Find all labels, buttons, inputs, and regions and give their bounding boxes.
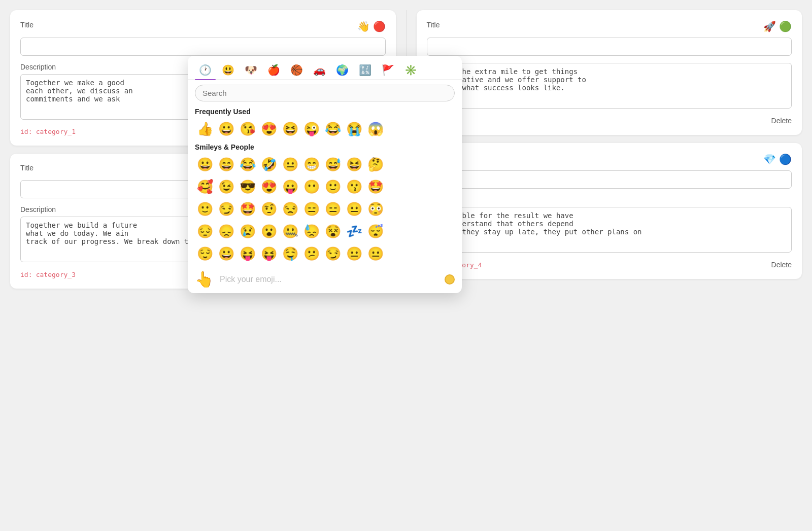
card-id-2: id: category_3 <box>20 271 76 278</box>
blue-circle-icon[interactable]: 🔵 <box>779 153 792 165</box>
emoji-picker: 🕐 😃 🐶 🍎 🏀 🚗 🌍 🔣 🚩 ✳️ Frequently Used 👍 😀… <box>188 56 462 293</box>
ep-s13[interactable]: 😍 <box>259 176 279 197</box>
diamond-icon[interactable]: 💎 <box>763 153 776 165</box>
ep-s23[interactable]: 😒 <box>280 199 300 219</box>
ep-emoji-kiss[interactable]: 😘 <box>238 119 258 139</box>
green-circle-icon[interactable]: 🟢 <box>779 20 792 32</box>
ep-s26[interactable]: 😐 <box>344 199 364 219</box>
ep-s44[interactable]: 😐 <box>344 243 364 264</box>
smileys-grid-5: 😌 😀 😝 😝 🤤 😕 😏 😐 😐 <box>188 242 462 265</box>
ep-s4[interactable]: 🤣 <box>259 154 279 174</box>
ep-s43[interactable]: 😏 <box>323 243 343 264</box>
footer-placeholder: Pick your emoji... <box>220 275 438 284</box>
desc-textarea-4[interactable]: ccountable for the result we have We und… <box>427 207 792 253</box>
ep-s14[interactable]: 😛 <box>280 176 300 197</box>
ep-s40[interactable]: 😝 <box>259 243 279 264</box>
ep-s11[interactable]: 😉 <box>216 176 236 197</box>
ep-s7[interactable]: 😅 <box>323 154 343 174</box>
ep-s39[interactable]: 😝 <box>238 243 258 264</box>
ep-tab-recent[interactable]: 🕐 <box>195 61 216 79</box>
ep-s9[interactable]: 🤔 <box>365 154 386 174</box>
ep-s19[interactable]: 🙂 <box>195 199 215 219</box>
card-footer-4: id: category_4 Delete <box>427 261 792 269</box>
ep-s5[interactable]: 😐 <box>280 154 300 174</box>
smileys-grid-3: 🙂 😏 🤩 🤨 😒 😑 😑 😐 😳 <box>188 198 462 220</box>
ep-s45[interactable]: 😐 <box>365 243 386 264</box>
delete-button-4[interactable]: Delete <box>771 261 792 269</box>
footer-emoji-icon: 👆 <box>195 270 214 288</box>
main-layout: Title 👋 🔴 Teamwork Description Together … <box>10 10 802 289</box>
smileys-grid-1: 😀 😄 😂 🤣 😐 😁 😅 😆 🤔 <box>188 153 462 175</box>
ep-emoji-thumbsup[interactable]: 👍 <box>195 119 215 139</box>
frequently-used-label: Frequently Used <box>188 104 462 118</box>
ep-s20[interactable]: 😏 <box>216 199 236 219</box>
title-input-3[interactable]: yond <box>427 38 792 56</box>
emoji-picker-tabs: 🕐 😃 🐶 🍎 🏀 🚗 🌍 🔣 🚩 ✳️ <box>188 56 462 80</box>
title-label-3: Title <box>427 21 440 29</box>
ep-tab-smileys[interactable]: 😃 <box>218 61 239 79</box>
emoji-icons-1: 👋 🔴 <box>357 20 386 32</box>
ep-s12[interactable]: 😎 <box>238 176 258 197</box>
ep-s41[interactable]: 🤤 <box>280 243 300 264</box>
ep-s42[interactable]: 😕 <box>301 243 322 264</box>
smileys-label: Smileys & People <box>188 140 462 153</box>
ep-s34[interactable]: 😵 <box>323 221 343 241</box>
ep-s6[interactable]: 😁 <box>301 154 322 174</box>
ep-emoji-laugh[interactable]: 😆 <box>280 119 300 139</box>
card-footer-3: Delete <box>427 117 792 125</box>
ep-s1[interactable]: 😀 <box>195 154 215 174</box>
ep-tab-special[interactable]: ✳️ <box>400 61 421 79</box>
ep-s31[interactable]: 😮 <box>259 221 279 241</box>
column-2: Title 🚀 🟢 yond to go the extra mile to g… <box>417 10 802 289</box>
red-circle-icon[interactable]: 🔴 <box>373 20 386 32</box>
ep-s15[interactable]: 😶 <box>301 176 322 197</box>
ep-s30[interactable]: 😢 <box>238 221 258 241</box>
ep-s28[interactable]: 😔 <box>195 221 215 241</box>
title-input-1[interactable]: Teamwork <box>20 38 386 56</box>
ep-s38[interactable]: 😀 <box>216 243 236 264</box>
emoji-search-input[interactable] <box>195 85 455 101</box>
ep-tab-food[interactable]: 🍎 <box>263 61 284 79</box>
ep-s37[interactable]: 😌 <box>195 243 215 264</box>
ep-s24[interactable]: 😑 <box>301 199 322 219</box>
ep-s32[interactable]: 🤐 <box>280 221 300 241</box>
ep-s10[interactable]: 🥰 <box>195 176 215 197</box>
ep-emoji-wink[interactable]: 😜 <box>301 119 322 139</box>
ep-s27[interactable]: 😳 <box>365 199 386 219</box>
ep-s33[interactable]: 😓 <box>301 221 322 241</box>
ep-s36[interactable]: 😴 <box>365 221 386 241</box>
ep-s29[interactable]: 😞 <box>216 221 236 241</box>
ep-tab-animals[interactable]: 🐶 <box>241 61 261 79</box>
ep-s18[interactable]: 🤩 <box>365 176 386 197</box>
ep-tab-travel[interactable]: 🚗 <box>309 61 330 79</box>
ep-s3[interactable]: 😂 <box>238 154 258 174</box>
ep-tab-flags[interactable]: 🚩 <box>378 61 398 79</box>
footer-color-dot[interactable] <box>445 274 455 285</box>
ep-emoji-grin[interactable]: 😀 <box>216 119 236 139</box>
hand-wave-icon[interactable]: 👋 <box>357 20 370 32</box>
card-category4: Title 💎 🔵 Description ccountable for the… <box>417 143 802 279</box>
emoji-icons-4: 💎 🔵 <box>763 153 792 165</box>
ep-s8[interactable]: 😆 <box>344 154 364 174</box>
ep-emoji-hearteyes[interactable]: 😍 <box>259 119 279 139</box>
title-label-1: Title <box>20 21 33 29</box>
id-label-2: id: <box>20 271 32 278</box>
ep-emoji-cry-laugh[interactable]: 😂 <box>323 119 343 139</box>
delete-button-3[interactable]: Delete <box>771 117 792 125</box>
ep-s17[interactable]: 😗 <box>344 176 364 197</box>
rocket-icon[interactable]: 🚀 <box>763 20 776 32</box>
ep-search-row <box>188 80 462 104</box>
ep-emoji-shock[interactable]: 😱 <box>365 119 386 139</box>
ep-s16[interactable]: 🙂 <box>323 176 343 197</box>
ep-tab-objects[interactable]: 🌍 <box>332 61 353 79</box>
desc-textarea-3[interactable]: to go the extra mile to get things y ini… <box>427 63 792 109</box>
ep-s2[interactable]: 😄 <box>216 154 236 174</box>
ep-tab-symbols[interactable]: 🔣 <box>355 61 376 79</box>
title-input-4[interactable] <box>427 170 792 189</box>
ep-s35[interactable]: 💤 <box>344 221 364 241</box>
ep-s25[interactable]: 😑 <box>323 199 343 219</box>
ep-tab-sports[interactable]: 🏀 <box>286 61 307 79</box>
ep-s21[interactable]: 🤩 <box>238 199 258 219</box>
ep-emoji-sob[interactable]: 😭 <box>344 119 364 139</box>
ep-s22[interactable]: 🤨 <box>259 199 279 219</box>
